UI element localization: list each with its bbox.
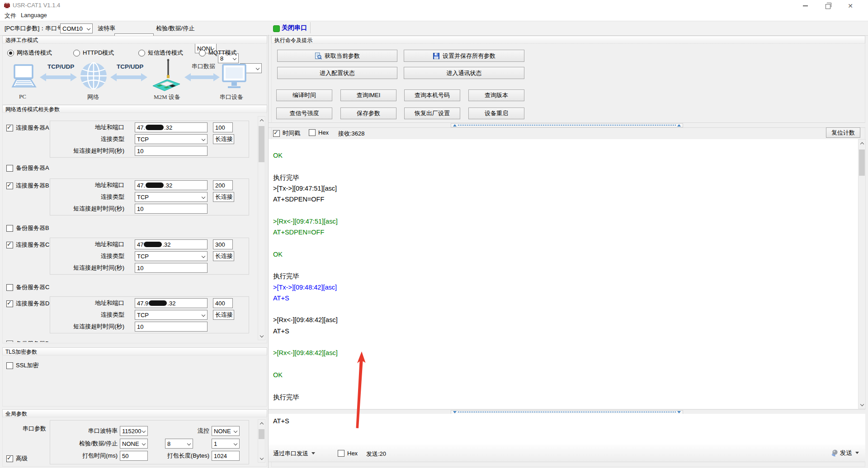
server-port-input[interactable]: 300 <box>213 239 233 249</box>
node-label-network: 网络 <box>87 93 99 101</box>
send-button[interactable]: 发送 <box>831 449 859 457</box>
server-param-box: 地址和端口 47.32 300 连接类型 TCP 长连接 短连接超时时间(秒) … <box>50 238 249 275</box>
timeout-input[interactable]: 10 <box>135 204 208 214</box>
splitter-handle[interactable] <box>451 123 683 127</box>
global-parity-select[interactable]: NONE <box>120 439 148 449</box>
log-line: 执行完毕 <box>273 271 858 281</box>
backup-server-checkbox[interactable]: 备份服务器A <box>6 164 49 172</box>
checkbox-icon <box>6 362 13 369</box>
radio-mqtt-mode[interactable]: MQTT模式 <box>199 49 237 57</box>
timeout-input[interactable]: 10 <box>135 263 208 273</box>
query-phone-number-button[interactable]: 查询本机号码 <box>404 89 460 101</box>
log-line <box>273 260 858 271</box>
menu-language[interactable]: Language <box>21 12 47 19</box>
server-port-input[interactable]: 100 <box>213 122 233 132</box>
global-databits-select[interactable]: 8 <box>165 439 193 449</box>
conn-type-select[interactable]: TCP <box>135 192 208 202</box>
keepalive-select[interactable]: 长连接 <box>213 192 234 202</box>
query-version-button[interactable]: 查询版本 <box>468 89 524 101</box>
params-scrollbar[interactable] <box>258 116 265 340</box>
timeout-input[interactable]: 10 <box>135 146 208 156</box>
server-enable-checkbox[interactable]: 连接服务器D <box>6 300 49 308</box>
scroll-up-icon[interactable] <box>859 140 865 147</box>
keepalive-select[interactable]: 长连接 <box>213 134 234 144</box>
factory-reset-button[interactable]: 恢复出厂设置 <box>404 108 460 119</box>
enter-comm-state-button[interactable]: 进入通讯状态 <box>404 67 524 79</box>
timestamp-checkbox[interactable]: 时间戳 <box>273 129 300 137</box>
log-output[interactable]: OK 执行完毕>[Tx->][09:47:51][asc]AT+SDPEN=OF… <box>269 139 858 409</box>
query-signal-strength-button[interactable]: 查信号强度 <box>276 108 332 119</box>
server-port-input[interactable]: 400 <box>213 298 233 308</box>
log-line <box>273 359 858 370</box>
conn-type-select[interactable]: TCP <box>135 134 208 144</box>
send-via-serial-dropdown[interactable]: 通过串口发送 <box>273 449 315 458</box>
conn-type-select[interactable]: TCP <box>135 310 208 320</box>
backup-server-checkbox[interactable]: 备份服务器D <box>6 340 49 342</box>
backup-server-checkbox[interactable]: 备份服务器C <box>6 283 49 291</box>
node-label-serial-device: 串口设备 <box>220 93 243 101</box>
enter-config-state-button[interactable]: 进入配置状态 <box>277 67 397 79</box>
keepalive-select[interactable]: 长连接 <box>213 310 234 320</box>
log-line: >[Rx<-][09:48:42][asc] <box>273 347 858 358</box>
close-port-button[interactable]: 关闭串口 <box>282 24 307 32</box>
send-hex-checkbox[interactable]: Hex <box>338 450 358 457</box>
menu-bar <box>0 11 868 21</box>
reset-counter-button[interactable]: 复位计数 <box>826 127 860 138</box>
server-address-input[interactable]: 47..32 <box>135 122 208 132</box>
save-params-button[interactable]: 保存参数 <box>340 108 396 119</box>
scroll-thumb[interactable] <box>259 429 264 439</box>
scroll-up-icon[interactable] <box>258 420 265 427</box>
collapse-up-icon <box>453 124 457 126</box>
backup-server-checkbox[interactable]: 备份服务器B <box>6 224 49 232</box>
server-port-input[interactable]: 200 <box>213 180 233 190</box>
radio-sms-mode[interactable]: 短信透传模式 <box>138 49 183 57</box>
scroll-down-icon[interactable] <box>258 455 265 462</box>
com-port-select[interactable]: COM10 <box>60 23 93 33</box>
set-save-all-params-button[interactable]: 设置并保存所有参数 <box>404 50 524 62</box>
scroll-thumb[interactable] <box>259 126 264 162</box>
device-restart-button[interactable]: 设备重启 <box>468 108 524 119</box>
radio-httpd-mode[interactable]: HTTPD模式 <box>73 49 114 57</box>
link-label-tcp-udp-1: TCP/UDP <box>47 63 74 70</box>
node-label-pc: PC <box>19 93 26 100</box>
query-imei-button[interactable]: 查询IMEI <box>340 89 396 101</box>
compile-time-button[interactable]: 编译时间 <box>276 89 332 101</box>
advanced-checkbox[interactable]: 高级 <box>6 454 28 463</box>
scroll-thumb[interactable] <box>859 150 865 176</box>
log-hex-checkbox[interactable]: Hex <box>309 129 329 136</box>
section-header-work-mode: 选择工作模式 <box>2 36 267 44</box>
checkbox-icon <box>273 130 280 137</box>
restore-button[interactable] <box>817 0 838 12</box>
server-address-input[interactable]: 47..32 <box>135 180 208 190</box>
log-scrollbar[interactable] <box>858 139 866 409</box>
menu-file[interactable]: 文件 <box>5 12 16 20</box>
global-scrollbar[interactable] <box>258 419 265 463</box>
send-input-area[interactable]: AT+S <box>269 414 865 445</box>
server-enable-checkbox[interactable]: 连接服务器A <box>6 124 49 132</box>
server-enable-checkbox[interactable]: 连接服务器C <box>6 241 49 249</box>
conn-type-select[interactable]: TCP <box>135 251 208 261</box>
ssl-encrypt-checkbox[interactable]: SSL加密 <box>6 361 39 370</box>
scroll-down-icon[interactable] <box>859 401 865 408</box>
scroll-down-icon[interactable] <box>258 332 265 340</box>
network-globe-icon <box>80 61 108 90</box>
server-address-input[interactable]: 47.9.32 <box>135 298 208 308</box>
minimize-button[interactable] <box>795 0 816 12</box>
server-address-input[interactable]: 47.32 <box>135 239 208 249</box>
serial-params-label: 串口参数 <box>23 425 46 433</box>
close-button[interactable]: ✕ <box>840 0 861 12</box>
radio-net-transparent-mode[interactable]: 网络透传模式 <box>7 49 52 57</box>
node-label-m2m: M2M 设备 <box>154 93 180 101</box>
packlen-input[interactable]: 1024 <box>212 451 240 461</box>
pc-serial-label: [PC串口参数]：串口号 <box>5 24 63 33</box>
log-line: OK <box>273 370 858 380</box>
flow-select[interactable]: NONE <box>212 426 240 436</box>
flow-label: 流控 <box>138 427 209 435</box>
timeout-input[interactable]: 10 <box>135 322 208 332</box>
server-enable-checkbox[interactable]: 连接服务器B <box>6 182 49 190</box>
get-current-params-button[interactable]: 获取当前参数 <box>277 50 397 62</box>
keepalive-select[interactable]: 长连接 <box>213 251 234 261</box>
global-stopbits-select[interactable]: 1 <box>212 439 240 449</box>
scroll-up-icon[interactable] <box>258 117 265 124</box>
splitter-top[interactable] <box>269 122 865 128</box>
